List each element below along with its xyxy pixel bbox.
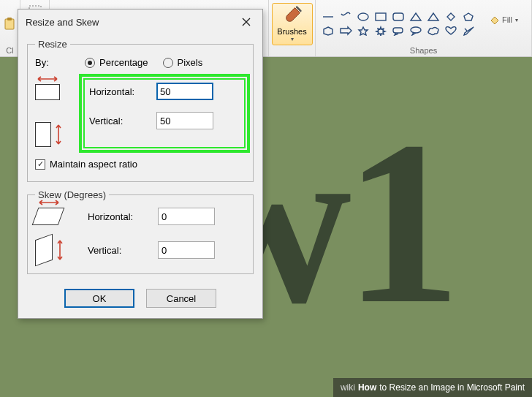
percentage-radio[interactable]: Percentage	[85, 57, 148, 68]
resize-horizontal-label: Horizontal:	[89, 86, 148, 97]
skew-vertical-graphic	[35, 237, 76, 263]
image-caption: wikiHow to Resize an Image in Microsoft …	[333, 378, 532, 397]
svg-rect-5	[393, 13, 403, 20]
resize-vertical-input[interactable]	[156, 112, 213, 129]
brushes-button[interactable]: Brushes ▾	[272, 3, 313, 45]
shapes-panel-label: Shapes	[410, 46, 437, 56]
cancel-button[interactable]: Cancel	[146, 289, 216, 308]
paste-button[interactable]	[1, 15, 19, 33]
resize-horizontal-input[interactable]	[156, 83, 213, 100]
fill-dropdown[interactable]: Fill ▾	[489, 15, 518, 25]
svg-marker-6	[411, 13, 421, 20]
chevron-down-icon: ▾	[291, 36, 294, 42]
arrow-vertical-icon	[55, 124, 62, 145]
checkbox-checked-icon: ✓	[35, 159, 45, 170]
resize-group: Resize By: Percentage Pixels	[27, 39, 254, 182]
svg-rect-1	[7, 18, 12, 20]
resize-by-label: By:	[35, 57, 70, 68]
resize-legend: Resize	[35, 39, 70, 50]
ok-button[interactable]: OK	[64, 289, 134, 308]
close-button[interactable]	[236, 14, 256, 30]
radio-icon-checked	[85, 58, 95, 68]
clipboard-panel-label: Cl	[6, 46, 13, 56]
pixels-radio[interactable]: Pixels	[163, 57, 203, 68]
svg-marker-13	[376, 27, 385, 36]
resize-and-skew-dialog: Resize and Skew Resize By: Percentage Pi…	[18, 9, 263, 319]
dialog-titlebar: Resize and Skew	[18, 10, 262, 34]
shapes-gallery[interactable]	[320, 10, 476, 37]
svg-marker-7	[428, 13, 438, 20]
svg-rect-14	[393, 28, 403, 33]
resize-vertical-graphic	[35, 121, 76, 148]
chevron-down-icon: ▾	[515, 17, 518, 23]
brushes-label: Brushes	[277, 27, 306, 36]
close-icon	[242, 18, 251, 26]
resize-fields-highlight: Horizontal: Vertical:	[83, 78, 246, 148]
skew-horizontal-label: Horizontal:	[88, 211, 146, 222]
skew-horizontal-input[interactable]	[158, 208, 215, 225]
svg-marker-8	[447, 13, 455, 20]
svg-marker-11	[341, 27, 352, 34]
skew-vertical-input[interactable]	[158, 241, 215, 259]
dialog-title: Resize and Skew	[26, 17, 99, 28]
svg-rect-0	[5, 19, 14, 29]
bucket-icon	[489, 15, 499, 25]
arrow-horizontal-icon	[37, 75, 58, 83]
skew-vertical-label: Vertical:	[88, 245, 146, 256]
svg-rect-4	[376, 13, 386, 20]
svg-point-3	[358, 13, 368, 20]
skew-group: Skew (Degrees) Horizontal: Vertical:	[27, 189, 254, 274]
resize-horizontal-graphic	[35, 78, 76, 106]
arrow-horizontal-icon	[38, 199, 60, 206]
radio-icon	[163, 58, 173, 68]
svg-marker-12	[359, 27, 368, 35]
brush-icon	[282, 5, 303, 26]
skew-horizontal-graphic	[35, 208, 76, 225]
svg-marker-9	[464, 13, 473, 20]
arrow-vertical-icon	[56, 239, 64, 261]
svg-point-15	[411, 27, 421, 33]
maintain-aspect-checkbox[interactable]: ✓ Maintain aspect ratio	[35, 159, 246, 170]
svg-marker-10	[324, 27, 332, 35]
resize-vertical-label: Vertical:	[89, 116, 148, 126]
